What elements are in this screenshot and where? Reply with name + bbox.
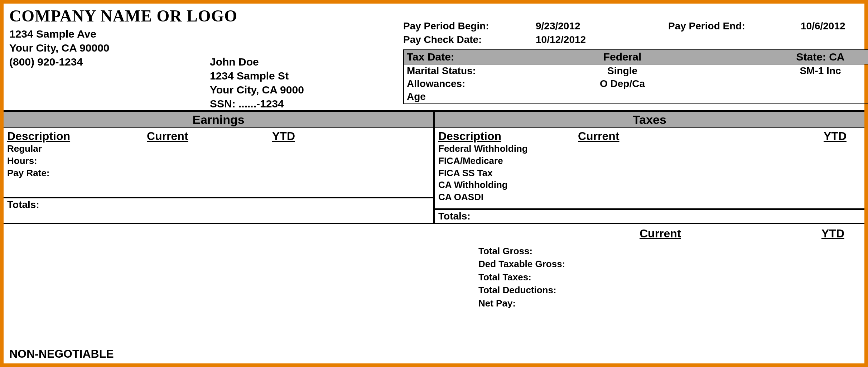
allowances-label: Allowances: (404, 77, 536, 90)
taxes-items: Federal Withholding FICA/Medicare FICA S… (435, 143, 864, 208)
period-tax-block: Pay Period Begin: 9/23/2012 Pay Period E… (403, 6, 868, 111)
company-address: 1234 Sample Ave Your City, CA 90000 (800… (9, 27, 210, 111)
summary-right: Current YTD Total Gross: Ded Taxable Gro… (439, 227, 859, 363)
tax-date-label: Tax Date: (404, 50, 536, 64)
pay-period-end-value: 10/6/2012 (801, 19, 868, 33)
taxes-current-header: Current (578, 130, 771, 143)
employee-ssn: SSN: ......-1234 (210, 97, 304, 111)
tax-state-label: State: CA (708, 50, 868, 64)
pay-check-date-label: Pay Check Date: (403, 33, 536, 47)
summary-row: Total Gross: (439, 245, 859, 257)
tax-info-header: Tax Date: Federal State: CA (404, 50, 868, 64)
summary-row: Total Deductions: (439, 284, 859, 296)
company-employee-block: COMPANY NAME OR LOGO 1234 Sample Ave You… (9, 6, 403, 111)
summary-row: Ded Taxable Gross: (439, 257, 859, 270)
tax-federal-label: Federal (536, 50, 708, 64)
earnings-column: Earnings Description Current YTD Regular… (4, 112, 434, 224)
ded-taxable-gross-label: Ded Taxable Gross: (439, 257, 640, 270)
marital-status-federal: Single (536, 64, 708, 77)
summary-left: NON-NEGOTIABLE (9, 227, 439, 363)
earnings-ytd-header: YTD (272, 130, 430, 143)
earnings-item: Regular (7, 143, 430, 155)
company-phone: (800) 920-1234 (9, 55, 210, 69)
taxes-item: FICA SS Tax (438, 167, 861, 179)
summary-body: Total Gross: Ded Taxable Gross: Total Ta… (439, 240, 859, 310)
total-deductions-label: Total Deductions: (439, 284, 640, 296)
tax-row: Age (404, 90, 868, 103)
summary-header-row: Current YTD (439, 227, 859, 240)
marital-status-state: SM-1 Inc (708, 64, 868, 77)
pay-check-date-value: 10/12/2012 (536, 33, 668, 47)
employee-address-line2: Your City, CA 9000 (210, 83, 304, 97)
earnings-title: Earnings (4, 112, 433, 128)
taxes-header-row: Description Current YTD (435, 128, 864, 143)
tax-row: Allowances: O Dep/Ca (404, 77, 868, 90)
summary-current-header: Current (640, 227, 790, 240)
pay-period-begin-label: Pay Period Begin: (403, 19, 536, 33)
total-gross-label: Total Gross: (439, 245, 640, 257)
employee-name: John Doe (210, 55, 304, 69)
pay-period-row2: Pay Check Date: 10/12/2012 (403, 33, 868, 47)
employee-address: John Doe 1234 Sample St Your City, CA 90… (210, 27, 304, 111)
tax-info-body: Marital Status: Single SM-1 Inc Allowanc… (404, 64, 868, 103)
taxes-column: Taxes Description Current YTD Federal Wi… (434, 112, 864, 224)
company-name: COMPANY NAME OR LOGO (9, 6, 403, 25)
summary-section: NON-NEGOTIABLE Current YTD Total Gross: … (4, 224, 864, 363)
pay-period-begin-value: 9/23/2012 (536, 19, 668, 33)
summary-spacer (439, 227, 640, 240)
tax-info-table: Tax Date: Federal State: CA Marital Stat… (403, 49, 868, 104)
earnings-totals: Totals: (4, 197, 433, 211)
earnings-item: Pay Rate: (7, 167, 430, 179)
earnings-desc-header: Description (7, 130, 147, 143)
total-taxes-label: Total Taxes: (439, 271, 640, 284)
paystub-document: COMPANY NAME OR LOGO 1234 Sample Ave You… (0, 0, 868, 367)
taxes-item: CA OASDI (438, 191, 861, 203)
marital-status-label: Marital Status: (404, 64, 536, 77)
summary-row: Net Pay: (439, 297, 859, 310)
non-negotiable-text: NON-NEGOTIABLE (9, 347, 439, 363)
earnings-current-header: Current (147, 130, 272, 143)
allowances-federal: O Dep/Ca (536, 77, 708, 90)
header-section: COMPANY NAME OR LOGO 1234 Sample Ave You… (4, 4, 864, 111)
earnings-item: Hours: (7, 155, 430, 167)
taxes-item: Federal Withholding (438, 143, 861, 155)
summary-row: Total Taxes: (439, 271, 859, 284)
taxes-totals: Totals: (435, 208, 864, 223)
age-state (708, 90, 868, 103)
pay-period-end-label: Pay Period End: (668, 19, 801, 33)
company-address-line1: 1234 Sample Ave (9, 27, 210, 41)
tax-row: Marital Status: Single SM-1 Inc (404, 64, 868, 77)
age-label: Age (404, 90, 536, 103)
net-pay-label: Net Pay: (439, 297, 640, 310)
earnings-taxes-section: Earnings Description Current YTD Regular… (4, 110, 864, 224)
taxes-item: CA Withholding (438, 179, 861, 191)
taxes-title: Taxes (435, 112, 864, 128)
summary-ytd-header: YTD (790, 227, 859, 240)
earnings-header-row: Description Current YTD (4, 128, 433, 143)
taxes-desc-header: Description (438, 130, 578, 143)
pay-period-row1: Pay Period Begin: 9/23/2012 Pay Period E… (403, 19, 868, 33)
allowances-state (708, 77, 868, 90)
taxes-ytd-header: YTD (771, 130, 861, 143)
taxes-item: FICA/Medicare (438, 155, 861, 167)
age-federal (536, 90, 708, 103)
employee-address-line1: 1234 Sample St (210, 69, 304, 83)
earnings-items: Regular Hours: Pay Rate: (4, 143, 433, 197)
company-address-line2: Your City, CA 90000 (9, 41, 210, 55)
